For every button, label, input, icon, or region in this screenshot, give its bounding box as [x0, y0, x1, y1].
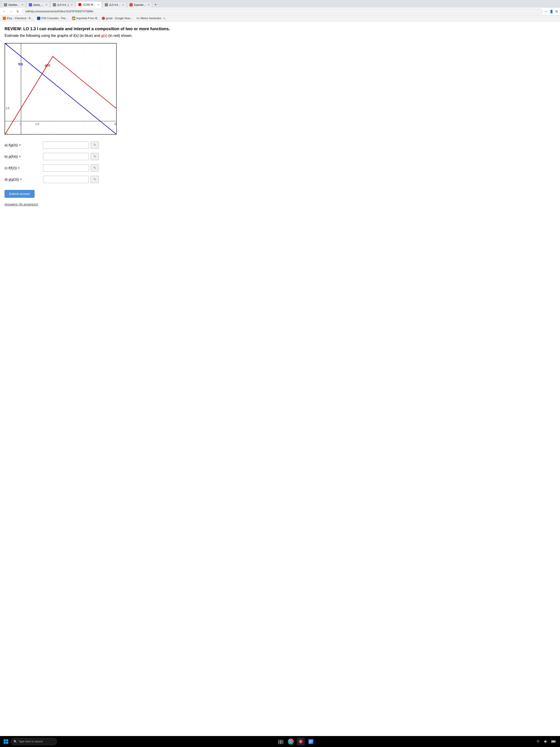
answer-label-d: d) g(g(3)) =	[5, 177, 41, 181]
subtitle-part1: Estimate the following using the graphs …	[5, 34, 72, 37]
bookmark-etsy[interactable]: Etsy - Checkout - R...	[2, 16, 34, 20]
review-subtitle: Estimate the following using the graphs …	[5, 33, 553, 38]
tab-close-exporter[interactable]: ✕	[148, 3, 150, 6]
tab-close-video[interactable]: ✕	[98, 3, 99, 6]
check-button-c[interactable]: ✎	[90, 164, 99, 172]
tab-close-dashboard[interactable]: ✕	[22, 3, 23, 6]
svg-point-19	[290, 741, 292, 742]
start-button[interactable]	[2, 738, 10, 746]
svg-rect-29	[552, 741, 555, 742]
taskbar-center-icons: G	[58, 738, 534, 746]
taskbar-search[interactable]: 🔍 Type here to search	[11, 738, 57, 745]
search-placeholder-text: Type here to search	[19, 740, 43, 743]
svg-text:6: 6	[115, 123, 116, 126]
battery-svg	[551, 740, 556, 743]
tab-jranta[interactable]: jranta_... ✕	[26, 2, 50, 8]
tab-lo44-2[interactable]: (LO 4.4... ✕	[102, 2, 127, 8]
taskbar-task-view[interactable]	[276, 738, 285, 746]
graph-svg: -1 1.0 6 6 1.0 -1 f(x) g(x)	[5, 44, 116, 134]
svg-rect-14	[281, 740, 283, 742]
tab-close-jranta[interactable]: ✕	[46, 3, 47, 6]
tab-video[interactable]: (1106) W... ✕	[76, 1, 102, 8]
svg-text:1.0: 1.0	[5, 107, 9, 110]
profile-icon[interactable]: 👤	[550, 9, 553, 13]
volume-icon[interactable]	[542, 738, 549, 745]
new-tab-button[interactable]: +	[153, 2, 159, 7]
answers-footer[interactable]: Answers (In progress)	[5, 202, 553, 206]
subtitle-gx: g(x)	[101, 34, 108, 37]
tab-favicon-video	[78, 3, 81, 6]
refresh-button[interactable]: ↻	[16, 9, 20, 14]
answer-input-c[interactable]	[43, 164, 89, 172]
bookmark-gmail[interactable]: gmail - Google Sear...	[101, 16, 133, 20]
answer-section: a) f(g(3)) = ✎ b) g(f(4)) = ✎ c) f(f(2))…	[5, 141, 119, 183]
tab-label-video: (1106) W...	[83, 3, 95, 6]
tab-dashboard[interactable]: Dashbo... ✕	[1, 2, 26, 8]
back-button[interactable]: ←	[2, 9, 7, 14]
taskbar-chrome[interactable]	[287, 738, 295, 746]
check-button-a[interactable]: ✎	[90, 141, 99, 149]
task-view-icon	[278, 739, 283, 744]
forward-button[interactable]: →	[9, 9, 14, 14]
subtitle-mid: (in blue) and	[80, 34, 100, 37]
svg-rect-15	[278, 742, 281, 744]
check-button-b[interactable]: ✎	[90, 153, 99, 160]
subtitle-end: (in red) shown.	[108, 34, 133, 37]
taskbar: 🔍 Type here to search	[0, 736, 560, 747]
tab-close-lo44-2[interactable]: ✕	[122, 3, 124, 6]
bookmark-etsy-label: Etsy - Checkout - R...	[7, 17, 33, 20]
bookmark-ps5[interactable]: PS5 Consoles - Pac...	[36, 16, 69, 20]
bookmark-star-icon[interactable]: ☆	[545, 9, 548, 13]
answer-label-c: c) f(f(2)) =	[5, 166, 41, 170]
address-bar-row: ← → ↻ edfinity.com/assessments/626ea7d19…	[0, 8, 560, 15]
tab-label-lo44-2: (LO 4.4...	[109, 3, 120, 6]
tab-lo44-1[interactable]: (LO 4.4...) ✕	[50, 2, 76, 8]
tab-favicon-lo44-1	[53, 3, 56, 6]
answer-input-d[interactable]	[43, 176, 89, 183]
answer-input-a[interactable]	[43, 141, 89, 149]
page-content: REVIEW: LO 1.3 I can evaluate and interp…	[0, 22, 560, 741]
svg-rect-28	[555, 741, 556, 742]
bookmark-meme[interactable]: Im Meme Generator - I...	[136, 16, 168, 20]
extensions-icon[interactable]: ⚙	[555, 9, 558, 13]
tab-exporter[interactable]: Exporter... ✕	[127, 2, 152, 8]
browser-chrome: Dashbo... ✕ jranta_... ✕ (LO 4.4...) ✕ (…	[0, 0, 560, 22]
tab-favicon-dashboard	[4, 3, 7, 6]
submit-button[interactable]: Submit answer	[5, 190, 34, 198]
bookmark-etsy-icon	[3, 17, 6, 20]
tab-bar: Dashbo... ✕ jranta_... ✕ (LO 4.4...) ✕ (…	[0, 0, 560, 8]
taskbar-app-3[interactable]	[307, 738, 315, 746]
taskbar-app-2[interactable]: G	[297, 738, 305, 746]
answer-row-a: a) f(g(3)) = ✎	[5, 141, 119, 149]
app2-icon: G	[298, 739, 303, 744]
volume-svg	[544, 740, 548, 744]
check-button-d[interactable]: ✎	[90, 176, 99, 183]
app3-icon	[308, 739, 314, 745]
bookmark-gmail-label: gmail - Google Sear...	[106, 17, 132, 20]
bookmark-meme-favicon: Im	[137, 17, 139, 20]
address-bar-icons: ☆ 👤 ⚙	[545, 9, 558, 13]
bookmark-gmail-icon	[102, 17, 105, 20]
svg-rect-25	[309, 743, 311, 743]
answers-label: Answers	[5, 202, 18, 206]
tab-favicon-jranta	[29, 3, 32, 6]
answer-row-c: c) f(f(2)) = ✎	[5, 164, 119, 172]
bookmark-ie-icon: 📂	[72, 17, 75, 20]
tab-close-lo44-1[interactable]: ✕	[71, 3, 73, 6]
svg-rect-24	[309, 742, 313, 742]
answer-row-b: b) g(f(4)) = ✎	[5, 153, 119, 160]
svg-text:f(x): f(x)	[18, 62, 23, 66]
battery-icon[interactable]	[551, 738, 557, 745]
bookmark-ps5-label: PS5 Consoles - Pac...	[41, 17, 68, 20]
svg-marker-26	[544, 740, 546, 743]
win-cell-4	[6, 742, 8, 744]
graph-container: -1 1.0 6 6 1.0 -1 f(x) g(x)	[5, 43, 117, 134]
answer-row-d: d) g(g(3)) = ✎	[5, 176, 119, 183]
answer-input-b[interactable]	[43, 153, 89, 160]
address-bar[interactable]: edfinity.com/assessments/626ea7d19787630…	[22, 9, 543, 14]
bookmark-ie-label: Imported From IE	[76, 17, 98, 20]
win-cell-2	[6, 739, 8, 741]
tab-label-exporter: Exporter...	[134, 3, 145, 6]
bookmark-imported-ie[interactable]: 📂 Imported From IE	[71, 16, 98, 20]
wifi-icon[interactable]	[535, 738, 541, 745]
